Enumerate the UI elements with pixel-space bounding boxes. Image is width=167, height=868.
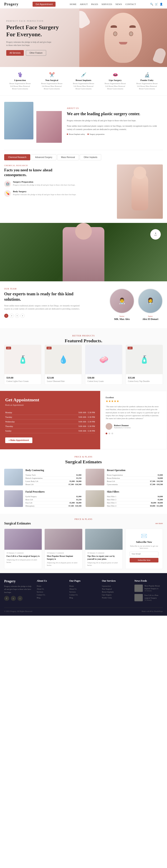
blog-header: Surgical Estimates see more <box>4 522 163 525</box>
footer-news-item-2[interactable]: Face Lift is a Non-surgical Surgery 14 J… <box>134 594 163 601</box>
estimate-skin-fillers: Skin Fillers Skin Filler 1$4,000 Skin Fi… <box>86 490 163 507</box>
nav-cta-button[interactable]: Get Appointment <box>33 2 56 7</box>
footer-link-about[interactable]: About Us <box>37 588 65 590</box>
nav-link-pages[interactable]: PAGES <box>91 3 98 5</box>
reviewer-role: Submitted a 5 reviews <box>114 427 131 429</box>
service-breast-implants[interactable]: 💉 Breast Implants Breast Augmentation Br… <box>68 72 99 90</box>
instagram-icon[interactable]: i <box>18 596 23 601</box>
service-lips-surgery[interactable]: 👄 Lips Surgery Breast Augmentation Breas… <box>99 72 131 90</box>
footer-link-contact[interactable]: Contact Us <box>37 593 65 596</box>
estimate-body-content: Body Contouring Tummy Tuck$2,000 Buttock… <box>26 469 81 486</box>
hero-outline-button[interactable]: Other Feature <box>26 50 46 56</box>
service-non-surgical[interactable]: ✂️ Non Surgical Breast Augmentation Brea… <box>36 72 68 90</box>
blog-1-content: 14 January 2 comment Face Lift is a Non-… <box>4 550 42 566</box>
product-card-4[interactable]: sale 🧴 $35.00 Cotton Ivory Top Durable <box>126 345 163 385</box>
team-inner: Our Team Our experts team is ready for t… <box>4 288 163 322</box>
footer-link-services[interactable]: Services <box>37 590 65 593</box>
blog-section-label: Price & Plans <box>4 518 163 520</box>
nav-link-news[interactable]: NEWS <box>115 3 122 5</box>
tab-advanced-surgery[interactable]: Advanced Surgery <box>31 154 56 160</box>
footer-service-lips-surgery[interactable]: Lips Surgery <box>102 593 130 596</box>
search-icon[interactable]: 🔍 <box>150 3 153 6</box>
tab-mass-removal[interactable]: Mass Removal <box>57 154 79 160</box>
hero-primary-button[interactable]: All Services <box>6 50 24 56</box>
product-card-3[interactable]: 🧼 $30.00 Cotton Ivory Loam <box>85 345 122 385</box>
product-card-2[interactable]: sale 💧 $23.00 Luxor Obsessed Hair <box>45 345 82 385</box>
nav-link-home[interactable]: HOME <box>70 3 76 5</box>
footer-our-pages-home[interactable]: Home <box>69 585 98 588</box>
facebook-icon[interactable]: f <box>4 596 9 601</box>
tab-active-title: Facts you need to know aheadconsequences… <box>4 168 113 178</box>
footer-link-home[interactable]: Home <box>37 585 65 588</box>
footer-news-col: News Feeds Most Popular Breast Implant S… <box>134 579 163 603</box>
tab-other-implants[interactable]: Other Implants <box>80 154 101 160</box>
footer-our-pages-about[interactable]: About Us <box>69 588 98 590</box>
footer-top: Progery Progery reiterates the pledge to… <box>4 579 163 603</box>
product-card-1[interactable]: sale 🧴 $19.00 Cotton Lights Face Cream <box>4 345 41 385</box>
blog-see-more[interactable]: see more <box>155 522 163 525</box>
cart-icon[interactable]: 🛒 <box>155 3 158 6</box>
footer-service-non-surgical[interactable]: Non Surgical <box>102 588 130 590</box>
appointment-section: Get Appointment Book an Appointment Mond… <box>0 391 167 450</box>
check-dot-2 <box>88 133 89 135</box>
footer-news-2-text: Face Lift is a Non-surgical Surgery 14 J… <box>144 594 163 601</box>
body-item-title: Body Surgery <box>13 190 76 193</box>
footer-our-pages-title: Our Pages <box>69 579 98 583</box>
review-dot-1[interactable] <box>106 433 107 434</box>
team-nav-3[interactable]: › <box>15 314 19 318</box>
estimates-header: Price & Plans Surgical Estimates <box>4 456 163 465</box>
subscribe-desc: Subscribe to our newsletter to get our l… <box>130 545 159 549</box>
footer-service-ponder-unity[interactable]: Ponder Unity <box>102 596 130 599</box>
estimate-body-row-2: Buttock Augmentation$3,250 <box>26 477 81 480</box>
reviewer-info: Robert Donner Submitted a 5 reviews <box>114 424 131 429</box>
nav-link-about[interactable]: ABOUT <box>80 3 88 5</box>
team-nav-2[interactable]: › <box>10 314 14 318</box>
footer-our-pages-contact[interactable]: Contact Us <box>69 593 98 596</box>
blog-card-3[interactable]: 14 January 2 comment Tips How to repair … <box>85 529 123 569</box>
blog-3-desc: Adipiscing elit ut aliquam purus sit ame… <box>87 561 121 567</box>
team-nav: ‹ › › › <box>4 314 103 318</box>
service-ponder-unity[interactable]: 🔬 Ponder Unity Breast Augmentation Breas… <box>131 72 163 90</box>
blog-card-2[interactable]: 14 January 2 comment Most Popular Breast… <box>44 529 82 569</box>
product-4-image: sale 🧴 <box>126 345 163 374</box>
tab-body-image <box>117 164 163 219</box>
subscribe-button[interactable]: Subscribe Now <box>130 558 159 562</box>
member-1-name: MR. Max Alex <box>109 318 134 321</box>
blog-card-1[interactable]: 14 January 2 comment Face Lift is a Non-… <box>4 529 42 569</box>
footer-news-1-image <box>134 585 143 592</box>
footer-our-pages-blog[interactable]: Blog <box>69 596 98 599</box>
team-description: None unlike most traditional plastic sur… <box>4 304 84 310</box>
footer-link-blog[interactable]: Blog <box>37 596 65 599</box>
subscribe-icon: ✉️ <box>130 533 159 539</box>
footer-news-item-1[interactable]: Most Popular Breast Implant Surgery is 1… <box>134 585 163 592</box>
estimate-skin-row-4: Skin Filler 4$9,000 - $12,000 <box>107 504 163 507</box>
tab-item-body-text: Body Surgery Propeller reiterates the pl… <box>13 190 76 196</box>
schedule-tuesday-label: Tuesday <box>5 416 12 418</box>
estimate-body-row-3: Lower Body Lift$5,000 - $6,000 <box>26 480 81 483</box>
subscribe-email-input[interactable] <box>130 552 159 556</box>
review-dot-2[interactable] <box>108 433 110 434</box>
service-liposuction[interactable]: ⚕️ Liposuction Breast Augmentation Breas… <box>4 72 36 90</box>
tab-item-body: 💊 Body Surgery Propeller reiterates the … <box>4 190 113 197</box>
tab-chemical-research[interactable]: Chemical Research <box>4 154 30 160</box>
review-dot-3[interactable] <box>111 433 113 434</box>
products-grid: sale 🧴 $19.00 Cotton Lights Face Cream s… <box>4 345 163 385</box>
about-title: We are the leading plastic surgery cente… <box>67 111 163 117</box>
tab-item-surgery-text: Surgery Preparation Progery reiterates t… <box>13 181 75 186</box>
team-nav-4[interactable]: › <box>21 314 25 318</box>
footer-service-breast-implants[interactable]: Breast Implants <box>102 590 130 593</box>
blog-3-content: 14 January 2 comment Tips How to repair … <box>85 550 123 569</box>
review-stars: ★★★★★ <box>106 399 162 403</box>
twitter-icon[interactable]: t <box>11 596 16 601</box>
user-icon[interactable]: 👤 <box>160 3 163 6</box>
nav-link-services[interactable]: SERVICES <box>101 3 112 5</box>
appointment-right: Excellent ★★★★★ "The name isn't taken fr… <box>100 391 167 450</box>
schedule-sunday-label: Sunday <box>5 430 11 432</box>
member-1-info: Senior MR. Max Alex <box>109 315 134 321</box>
team-nav-prev[interactable]: ‹ <box>4 314 8 318</box>
footer-our-pages-services[interactable]: Services <box>69 590 98 593</box>
make-appointment-button[interactable]: + Make Appointment <box>5 437 32 443</box>
footer-service-liposuction[interactable]: Liposuction <box>102 585 130 588</box>
nav-link-contact[interactable]: CONTACT <box>125 3 136 5</box>
product-3-icon: 🧼 <box>99 355 108 364</box>
